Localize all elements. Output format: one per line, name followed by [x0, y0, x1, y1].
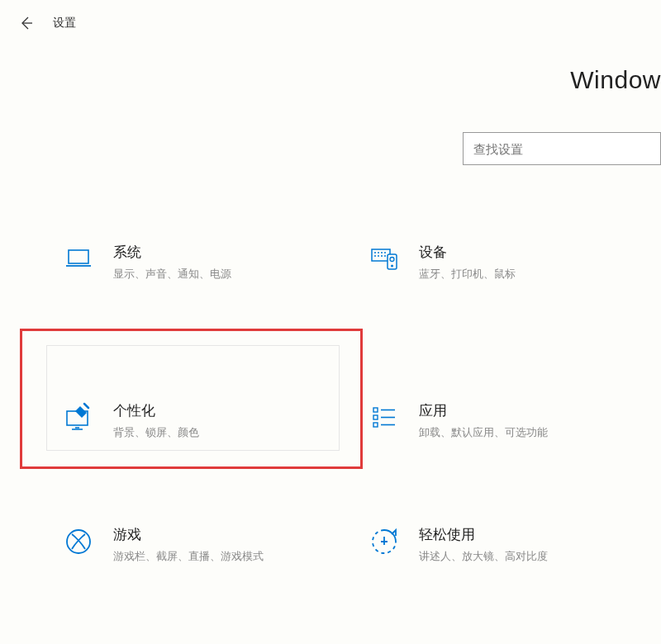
tile-title: 轻松使用 — [419, 525, 548, 544]
apps-list-icon — [368, 401, 401, 434]
tile-text: 系统 显示、声音、通知、电源 — [113, 243, 231, 282]
tile-text: 游戏 游戏栏、截屏、直播、游戏模式 — [113, 525, 264, 564]
back-button[interactable] — [15, 12, 38, 35]
tile-desc: 讲述人、放大镜、高对比度 — [419, 549, 548, 564]
tile-desc: 显示、声音、通知、电源 — [113, 267, 231, 282]
tile-desc: 卸载、默认应用、可选功能 — [419, 425, 548, 440]
svg-rect-14 — [373, 408, 378, 412]
search-container — [463, 132, 661, 165]
svg-point-12 — [391, 265, 393, 268]
tile-title: 应用 — [419, 401, 548, 420]
svg-point-9 — [384, 255, 386, 257]
devices-icon — [368, 243, 401, 276]
search-input[interactable] — [463, 132, 661, 165]
tile-text: 设备 蓝牙、打印机、鼠标 — [419, 243, 516, 282]
svg-rect-16 — [373, 423, 378, 427]
svg-point-8 — [381, 255, 383, 257]
tile-desc: 蓝牙、打印机、鼠标 — [419, 267, 516, 282]
tile-system[interactable]: 系统 显示、声音、通知、电源 — [62, 239, 368, 285]
tile-devices[interactable]: 设备 蓝牙、打印机、鼠标 — [368, 239, 661, 285]
tile-text: 应用 卸载、默认应用、可选功能 — [419, 401, 548, 440]
svg-rect-15 — [373, 415, 378, 419]
tile-apps[interactable]: 应用 卸载、默认应用、可选功能 — [368, 398, 661, 443]
arrow-left-icon — [19, 16, 34, 31]
tile-gaming[interactable]: 游戏 游戏栏、截屏、直播、游戏模式 — [62, 522, 368, 567]
tile-title: 系统 — [113, 243, 231, 262]
laptop-icon — [62, 243, 95, 276]
settings-grid: 系统 显示、声音、通知、电源 设备 蓝牙、打印机、鼠标 — [62, 239, 657, 644]
ease-of-access-icon — [368, 525, 401, 558]
svg-point-6 — [374, 255, 376, 257]
tile-title: 游戏 — [113, 525, 264, 544]
svg-point-7 — [378, 255, 379, 257]
tile-search[interactable]: 搜索 语言、权限、历史记录 — [62, 639, 368, 644]
tile-title: 个性化 — [113, 401, 199, 420]
tile-title: 设备 — [419, 243, 516, 262]
brand-title: Window — [570, 66, 661, 94]
header-bar: 设置 — [0, 0, 661, 46]
svg-point-3 — [378, 252, 379, 253]
svg-point-5 — [384, 252, 386, 253]
personalize-icon — [62, 401, 95, 434]
tile-text: 轻松使用 讲述人、放大镜、高对比度 — [419, 525, 548, 564]
tile-desc: 背景、锁屏、颜色 — [113, 425, 199, 440]
svg-point-17 — [67, 530, 90, 553]
tile-desc: 游戏栏、截屏、直播、游戏模式 — [113, 549, 264, 564]
tile-ease-of-access[interactable]: 轻松使用 讲述人、放大镜、高对比度 — [368, 522, 661, 567]
svg-point-4 — [381, 252, 383, 253]
svg-point-2 — [374, 252, 376, 253]
tile-text: 个性化 背景、锁屏、颜色 — [113, 401, 199, 440]
xbox-icon — [62, 525, 95, 558]
svg-rect-0 — [69, 250, 88, 263]
tile-personalize[interactable]: 个性化 背景、锁屏、颜色 — [62, 398, 368, 443]
page-title: 设置 — [53, 16, 76, 31]
